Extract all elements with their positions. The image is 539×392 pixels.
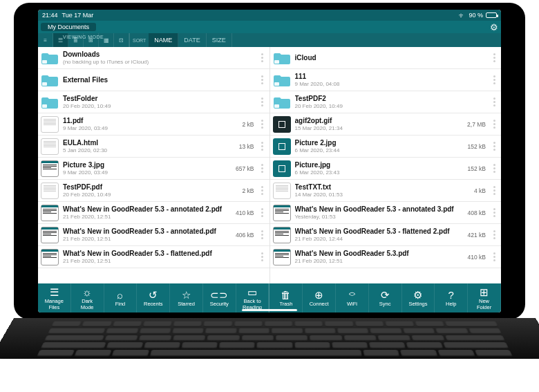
sort-date-button[interactable]: DATE	[178, 33, 206, 47]
file-row[interactable]: What's New in GoodReader 5.3.pdf 21 Feb …	[270, 246, 502, 268]
toolbar-label: Help	[446, 301, 456, 307]
file-row[interactable]: Downloads (no backing up to iTunes or iC…	[38, 47, 270, 69]
drag-handle-icon[interactable]	[491, 208, 497, 217]
drag-handle-icon[interactable]	[491, 230, 497, 239]
file-subtitle: 21 Feb 2020, 12:51	[295, 258, 464, 264]
drag-handle-icon[interactable]	[260, 97, 265, 106]
view-list1-icon[interactable]: ≡	[38, 33, 53, 47]
drag-handle-icon[interactable]	[491, 97, 497, 106]
file-subtitle: Yesterday, 01:53	[295, 214, 464, 220]
drag-handle-icon[interactable]	[491, 120, 497, 129]
battery-icon	[486, 12, 497, 18]
file-row[interactable]: Picture 3.jpg 9 Mar 2020, 03:49 657 kB	[38, 158, 270, 180]
file-row[interactable]: iCloud	[270, 47, 502, 69]
drag-handle-icon[interactable]	[260, 230, 265, 239]
file-subtitle: 9 Mar 2020, 03:49	[63, 169, 231, 176]
drag-handle-icon[interactable]	[260, 186, 265, 195]
svg-rect-3	[274, 60, 279, 64]
file-subtitle: 9 Mar 2020, 04:08	[295, 81, 488, 87]
toolbar-newfolder-button[interactable]: ⊞ New Folder	[468, 283, 501, 312]
breadcrumb-root[interactable]: My Documents	[41, 23, 96, 31]
document-preview-icon	[41, 249, 59, 265]
document-preview-icon	[273, 205, 291, 221]
file-name: Picture 3.jpg	[63, 161, 231, 169]
file-row[interactable]: TestPDF.pdf 20 Feb 2020, 10:49 2 kB	[38, 180, 270, 202]
wifi-icon: ᯤ	[459, 12, 466, 19]
toolbar-trash-button[interactable]: 🗑 Trash	[270, 283, 303, 312]
drag-handle-icon[interactable]	[491, 53, 497, 62]
file-row[interactable]: What's New in GoodReader 5.3 - flattened…	[38, 246, 270, 268]
file-row[interactable]: TestTXT.txt 14 Mar 2020, 01:53 4 kB	[270, 180, 502, 202]
toolbar-label: Connect	[310, 301, 329, 307]
toolbar-back-button[interactable]: ▭ Back to Reading	[236, 283, 270, 312]
toolbar-settings-button[interactable]: ⚙ Settings	[402, 283, 435, 312]
file-size: 152 kB	[468, 165, 486, 172]
drag-handle-icon[interactable]	[491, 186, 497, 195]
file-row[interactable]: TestPDF2 20 Feb 2020, 10:49	[270, 91, 502, 113]
toolbar-starred-button[interactable]: ☆ Starred	[170, 283, 203, 312]
file-row[interactable]: What's New in GoodReader 5.3 - flattened…	[270, 224, 502, 246]
find-icon: ⌕	[117, 288, 123, 301]
drag-handle-icon[interactable]	[491, 252, 497, 261]
drag-handle-icon[interactable]	[260, 208, 265, 217]
toolbar-recents-button[interactable]: ↺ Recents	[137, 283, 170, 312]
file-subtitle: 20 Feb 2020, 10:49	[63, 103, 256, 109]
document-preview-icon	[41, 205, 59, 221]
file-row[interactable]: EULA.html 5 Jan 2020, 02:30 13 kB	[38, 136, 270, 158]
drag-handle-icon[interactable]	[491, 164, 497, 173]
file-size: 2 kB	[242, 121, 254, 128]
file-size: 408 kB	[468, 209, 486, 216]
file-row[interactable]: 11.pdf 9 Mar 2020, 03:49 2 kB	[38, 113, 270, 136]
file-size: 410 kB	[468, 254, 486, 261]
toolbar-wifi-button[interactable]: ⌔ WiFi	[336, 283, 369, 312]
file-subtitle: 21 Feb 2020, 12:51	[63, 258, 256, 264]
toolbar-help-button[interactable]: ? Help	[435, 283, 468, 312]
home-indicator[interactable]	[242, 309, 297, 311]
file-row[interactable]: External Files	[38, 69, 270, 91]
toolbar-security-button[interactable]: ⊂⊃ Security	[203, 283, 236, 312]
toolbar-label: Recents	[144, 301, 163, 307]
toolbar-connect-button[interactable]: ⊕ Connect	[303, 283, 336, 312]
sort-size-button[interactable]: SIZE	[207, 33, 232, 47]
folder-icon	[41, 72, 59, 88]
toolbar-label: Trash	[279, 301, 292, 307]
file-name: External Files	[63, 76, 256, 84]
status-bar: 21:44 Tue 17 Mar ᯤ 90 %	[38, 10, 501, 21]
view-grid3-icon[interactable]: ⊡	[114, 33, 129, 47]
svg-rect-5	[274, 104, 279, 108]
settings-gear-icon[interactable]: ⚙	[490, 22, 498, 32]
file-row[interactable]: agif2opt.gif 15 Mar 2020, 21:34 2,7 MB	[270, 113, 502, 136]
file-row[interactable]: What's New in GoodReader 5.3 - annotated…	[38, 224, 270, 246]
drag-handle-icon[interactable]	[260, 53, 265, 62]
file-row[interactable]: Picture 2.jpg 6 Mar 2020, 23:44 152 kB	[270, 136, 502, 158]
document-icon	[41, 183, 59, 199]
file-row[interactable]: 111 9 Mar 2020, 04:08	[270, 69, 502, 91]
file-row[interactable]: What's New in GoodReader 5.3 - annotated…	[270, 202, 502, 224]
file-size: 421 kB	[468, 232, 486, 239]
drag-handle-icon[interactable]	[260, 142, 265, 151]
drag-handle-icon[interactable]	[260, 252, 265, 261]
drag-handle-icon[interactable]	[260, 164, 265, 173]
view-sort-bar: ≡ ☰ ≣ ⊞ ▦ ⊡ SORT NAME DATE SIZE	[38, 33, 501, 47]
drag-handle-icon[interactable]	[260, 75, 265, 84]
toolbar-manage-button[interactable]: ☰ Manage Files	[38, 283, 71, 312]
toolbar-sync-button[interactable]: ⟳ Sync	[369, 283, 402, 312]
file-subtitle: 15 Mar 2020, 21:34	[295, 125, 464, 131]
file-row[interactable]: Picture.jpg 6 Mar 2020, 23:43 152 kB	[270, 158, 502, 180]
sort-name-button[interactable]: NAME	[149, 33, 178, 47]
viewing-mode-label: VIEWING MODE	[63, 35, 104, 39]
toolbar-dark-button[interactable]: ☼ Dark Mode	[71, 283, 104, 312]
file-row[interactable]: What's New in GoodReader 5.3 - annotated…	[38, 202, 270, 224]
drag-handle-icon[interactable]	[491, 142, 497, 151]
drag-handle-icon[interactable]	[491, 75, 497, 84]
document-preview-icon	[273, 249, 291, 265]
file-subtitle: 20 Feb 2020, 10:49	[63, 192, 238, 198]
file-size: 152 kB	[468, 143, 486, 150]
file-subtitle: 14 Mar 2020, 01:53	[295, 192, 470, 198]
file-row[interactable]: TestFolder 20 Feb 2020, 10:49	[38, 91, 270, 113]
status-date: Tue 17 Mar	[62, 12, 94, 19]
toolbar-label: Security	[210, 301, 229, 307]
image-icon	[273, 116, 291, 133]
drag-handle-icon[interactable]	[260, 120, 265, 129]
toolbar-find-button[interactable]: ⌕ Find	[104, 283, 138, 312]
